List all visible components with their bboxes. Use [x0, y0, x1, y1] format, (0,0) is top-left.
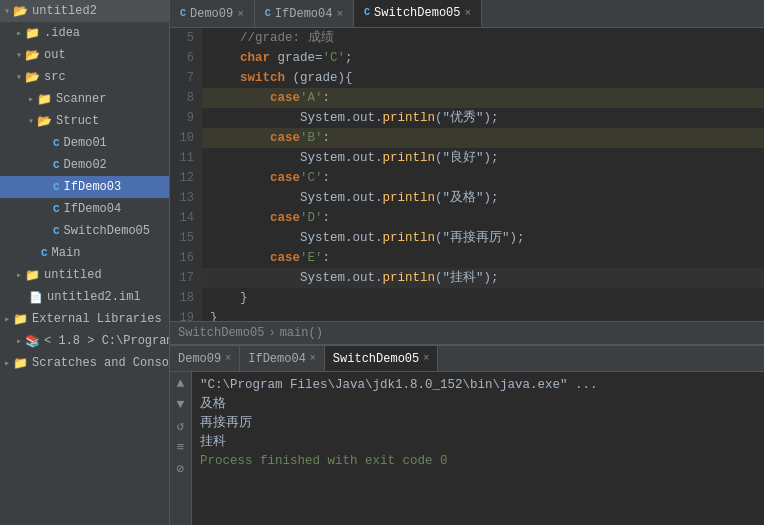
console-line: Process finished with exit code 0: [200, 452, 756, 471]
line-number: 6: [174, 48, 194, 68]
sidebar-label: IfDemo03: [64, 180, 122, 194]
breadcrumb-sep: ›: [268, 326, 275, 340]
editor-tab-SwitchDemo05[interactable]: CSwitchDemo05×: [354, 0, 482, 27]
console-content: ▲▼↺≡⊘ "C:\Program Files\Java\jdk1.8.0_15…: [170, 372, 764, 525]
iml-file-icon: 📄: [29, 291, 43, 304]
editor-tab-IfDemo04[interactable]: CIfDemo04×: [255, 0, 354, 27]
folder-icon: 📁: [37, 92, 52, 107]
sidebar-item-Main[interactable]: CMain: [0, 242, 169, 264]
stop-button[interactable]: ⊘: [177, 461, 185, 477]
line-number: 19: [174, 308, 194, 321]
code-line: case'E':: [202, 248, 764, 268]
tab-file-icon: C: [265, 8, 271, 19]
line-number: 18: [174, 288, 194, 308]
code-content[interactable]: //grade: 成绩 char grade='C'; switch (grad…: [202, 28, 764, 321]
sidebar-label: .idea: [44, 26, 80, 40]
console-line: "C:\Program Files\Java\jdk1.8.0_152\bin\…: [200, 376, 756, 395]
console-tab-IfDemo04[interactable]: IfDemo04×: [240, 346, 325, 371]
sidebar-item-untitled[interactable]: ▸📁untitled: [0, 264, 169, 286]
console-tab-close[interactable]: ×: [310, 353, 316, 364]
sidebar-item-out[interactable]: ▾📂out: [0, 44, 169, 66]
line-number: 13: [174, 188, 194, 208]
sidebar-item-untitled2iml[interactable]: 📄untitled2.iml: [0, 286, 169, 308]
sidebar-item-ExtLibs[interactable]: ▸📁External Libraries: [0, 308, 169, 330]
sidebar-label: SwitchDemo05: [64, 224, 150, 238]
console-tab-close[interactable]: ×: [225, 353, 231, 364]
arrow-icon: ▾: [28, 115, 34, 127]
code-line: case'A':: [202, 88, 764, 108]
sidebar-label: untitled2: [32, 4, 97, 18]
sidebar-item-untitled2[interactable]: ▾📂untitled2: [0, 0, 169, 22]
sidebar-item-IfDemo04[interactable]: CIfDemo04: [0, 198, 169, 220]
folder-open-icon: 📂: [37, 114, 52, 129]
sidebar-label: < 1.8 > C:\Program Fi: [44, 334, 170, 348]
breadcrumb: SwitchDemo05 › main(): [170, 321, 764, 345]
line-number: 11: [174, 148, 194, 168]
line-number: 9: [174, 108, 194, 128]
line-number: 16: [174, 248, 194, 268]
sidebar-label: IfDemo04: [64, 202, 122, 216]
line-number: 12: [174, 168, 194, 188]
code-line: //grade: 成绩: [202, 28, 764, 48]
tab-label: SwitchDemo05: [374, 6, 460, 20]
console-output[interactable]: "C:\Program Files\Java\jdk1.8.0_152\bin\…: [192, 372, 764, 525]
code-line: System.out.println("优秀");: [202, 108, 764, 128]
sidebar-item-scratches[interactable]: ▸📁Scratches and Consoles: [0, 352, 169, 374]
sidebar-item-SwitchDemo05[interactable]: CSwitchDemo05: [0, 220, 169, 242]
arrow-icon: ▸: [4, 357, 10, 369]
sidebar-item-src[interactable]: ▾📂src: [0, 66, 169, 88]
editor-tabs: CDemo09×CIfDemo04×CSwitchDemo05×: [170, 0, 764, 28]
sidebar-label: untitled2.iml: [47, 290, 141, 304]
console-line: 及格: [200, 395, 756, 414]
java-file-icon: C: [53, 225, 60, 237]
editor-tab-Demo09[interactable]: CDemo09×: [170, 0, 255, 27]
folder-open-icon: 📂: [25, 70, 40, 85]
tab-close[interactable]: ×: [465, 7, 472, 19]
wrap-button[interactable]: ≡: [177, 440, 185, 455]
tab-label: Demo09: [190, 7, 233, 21]
java-file-icon: C: [41, 247, 48, 259]
tab-file-icon: C: [364, 7, 370, 18]
lib-icon: 📚: [25, 334, 40, 349]
scroll-up-button[interactable]: ▲: [177, 376, 185, 391]
java-file-icon: C: [53, 137, 60, 149]
code-line: System.out.println("及格");: [202, 188, 764, 208]
sidebar-item-Scanner[interactable]: ▸📁Scanner: [0, 88, 169, 110]
code-line: switch (grade){: [202, 68, 764, 88]
sidebar-item-Struct[interactable]: ▾📂Struct: [0, 110, 169, 132]
console-tab-SwitchDemo05[interactable]: SwitchDemo05×: [325, 346, 438, 371]
rerun-button[interactable]: ↺: [177, 418, 185, 434]
sidebar-label: Main: [52, 246, 81, 260]
tab-close[interactable]: ×: [237, 8, 244, 20]
line-number: 7: [174, 68, 194, 88]
console-tab-label: Demo09: [178, 352, 221, 366]
folder-icon: 📁: [25, 268, 40, 283]
sidebar-item-Demo01[interactable]: CDemo01: [0, 132, 169, 154]
sidebar-item-idea[interactable]: ▸📁.idea: [0, 22, 169, 44]
breadcrumb-method: main(): [280, 326, 323, 340]
console-tab-Demo09[interactable]: Demo09×: [170, 346, 240, 371]
tab-close[interactable]: ×: [336, 8, 343, 20]
folder-open-icon: 📂: [25, 48, 40, 63]
sidebar-item-Demo02[interactable]: CDemo02: [0, 154, 169, 176]
tab-label: IfDemo04: [275, 7, 333, 21]
folder-icon: 📁: [25, 26, 40, 41]
arrow-icon: ▾: [16, 49, 22, 61]
console-line: 再接再厉: [200, 414, 756, 433]
java-file-icon: C: [53, 203, 60, 215]
line-number: 8: [174, 88, 194, 108]
scroll-down-button[interactable]: ▼: [177, 397, 185, 412]
arrow-icon: ▸: [16, 27, 22, 39]
sidebar-item-IfDemo03[interactable]: CIfDemo03: [0, 176, 169, 198]
console-tab-label: SwitchDemo05: [333, 352, 419, 366]
code-line: System.out.println("再接再厉");: [202, 228, 764, 248]
main-area: CDemo09×CIfDemo04×CSwitchDemo05× 5678910…: [170, 0, 764, 525]
folder-icon: 📁: [13, 312, 28, 327]
sidebar-item-jdk18[interactable]: ▸📚< 1.8 > C:\Program Fi: [0, 330, 169, 352]
console-tab-close[interactable]: ×: [423, 353, 429, 364]
sidebar-label: out: [44, 48, 66, 62]
console-area: Demo09×IfDemo04×SwitchDemo05× ▲▼↺≡⊘ "C:\…: [170, 345, 764, 525]
code-line: char grade='C';: [202, 48, 764, 68]
arrow-icon: ▾: [16, 71, 22, 83]
console-sidebar: ▲▼↺≡⊘: [170, 372, 192, 525]
